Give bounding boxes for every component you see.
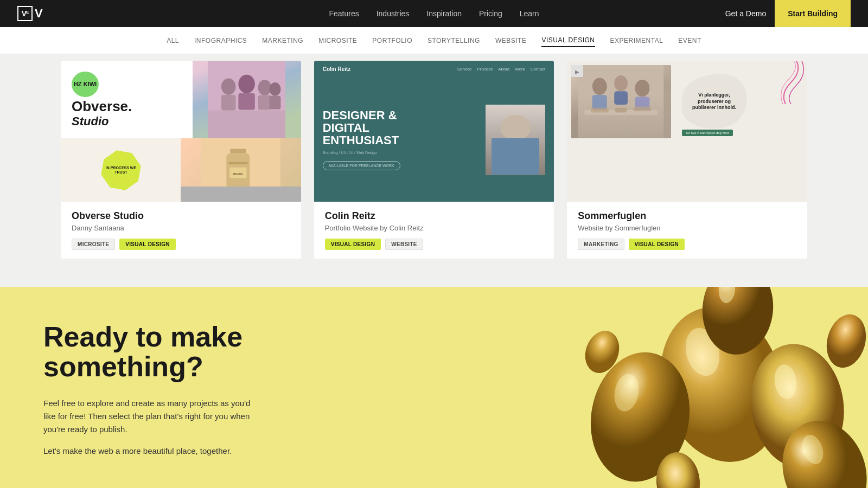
card-subtitle-obverse: Danny Santaana bbox=[72, 224, 290, 232]
colin-nav-process: Process bbox=[477, 67, 493, 72]
filter-bar: ALL INFOGRAPHICS MARKETING MICROSITE POR… bbox=[0, 27, 868, 54]
logo-icon: VE bbox=[17, 6, 33, 21]
svg-point-6 bbox=[258, 80, 272, 95]
cta-body-1: Feel free to explore and create as many … bbox=[43, 397, 260, 436]
card-image-obverse: HZ KIWI Obverse. Studio bbox=[61, 61, 301, 202]
obverse-bottle-area: BRAND bbox=[181, 138, 301, 202]
nav-inspiration[interactable]: Inspiration bbox=[426, 9, 462, 18]
svg-point-2 bbox=[221, 78, 236, 95]
colin-nav-work: Work bbox=[515, 67, 525, 72]
obverse-logo-area: HZ KIWI Obverse. Studio bbox=[61, 61, 193, 138]
filter-event[interactable]: EVENT bbox=[678, 35, 701, 47]
svg-point-40 bbox=[821, 310, 868, 373]
logo-text: V bbox=[35, 7, 42, 21]
filter-marketing[interactable]: MARKETING bbox=[262, 35, 303, 47]
start-building-button[interactable]: Start Building bbox=[775, 0, 851, 27]
svg-point-20 bbox=[592, 78, 607, 95]
nav: VE V Features Industries Inspiration Pri… bbox=[0, 0, 868, 27]
sommer-cta-text: Se hva vi kan hjelpe deg med bbox=[682, 130, 733, 136]
filter-website[interactable]: WEBSITE bbox=[495, 35, 527, 47]
tag-visual-design-obverse[interactable]: VISUAL DESIGN bbox=[119, 239, 176, 250]
tag-website-colin[interactable]: WEBSITE bbox=[385, 239, 423, 250]
svg-rect-28 bbox=[615, 108, 627, 113]
colin-nav-contact: Contact bbox=[531, 67, 546, 72]
filter-portfolio[interactable]: PORTFOLIO bbox=[372, 35, 412, 47]
cta-body-2: Let's make the web a more beautiful plac… bbox=[43, 445, 260, 458]
svg-text:BRAND: BRAND bbox=[233, 173, 243, 176]
nav-right: Get a Demo Start Building bbox=[725, 0, 851, 27]
tag-marketing-sommer[interactable]: MARKETING bbox=[578, 239, 624, 250]
card-subtitle-colin: Portfolio Website by Colin Reitz bbox=[325, 224, 544, 232]
filter-visual-design[interactable]: VISUAL DESIGN bbox=[541, 34, 595, 47]
card-tags-sommerfuglen: MARKETING VISUAL DESIGN bbox=[578, 239, 796, 250]
colin-nav-service: Service bbox=[457, 67, 472, 72]
obverse-kiwi-badge: HZ KIWI bbox=[72, 72, 99, 97]
sommer-quote-text: Vi planlegger, produserer og publiserer … bbox=[691, 92, 738, 111]
colin-profile-photo bbox=[486, 105, 545, 175]
svg-rect-21 bbox=[592, 95, 607, 110]
svg-rect-23 bbox=[615, 91, 628, 105]
colin-text-area: DESIGNER & DIGITAL ENTHUSIAST Branding /… bbox=[323, 109, 477, 170]
obverse-bottom-bar bbox=[181, 187, 301, 202]
sommer-main-photo bbox=[571, 65, 671, 138]
sommer-quote-blob: Vi planlegger, produserer og publiserer … bbox=[682, 74, 747, 129]
colin-nav-items: Service Process About Work Contact bbox=[457, 67, 546, 72]
sommer-bottom-area bbox=[567, 143, 807, 202]
nav-pricing[interactable]: Pricing bbox=[479, 9, 502, 18]
colin-subheading: Branding / UX / UI / Web Design bbox=[323, 151, 477, 155]
card-tags-colin: VISUAL DESIGN WEBSITE bbox=[325, 239, 544, 250]
svg-point-24 bbox=[635, 80, 650, 97]
card-tags-obverse: MICROSITE VISUAL DESIGN bbox=[72, 239, 290, 250]
obverse-main-title: Obverse. bbox=[72, 99, 182, 113]
colin-nav-bar: Colin Reitz Service Process About Work C… bbox=[314, 61, 554, 78]
cards-grid: HZ KIWI Obverse. Studio bbox=[54, 54, 814, 265]
card-title-sommerfuglen: Sommerfuglen bbox=[578, 210, 796, 222]
card-title-obverse: Obverse Studio bbox=[72, 210, 290, 222]
nav-industries[interactable]: Industries bbox=[376, 9, 410, 18]
logo[interactable]: VE V bbox=[17, 6, 42, 21]
colin-nav-logo: Colin Reitz bbox=[323, 66, 351, 72]
cta-heading: Ready to make something? bbox=[43, 322, 315, 381]
tag-microsite[interactable]: MICROSITE bbox=[72, 239, 115, 250]
tag-visual-design-colin[interactable]: VISUAL DESIGN bbox=[325, 239, 381, 250]
svg-rect-27 bbox=[591, 108, 609, 113]
nav-features[interactable]: Features bbox=[329, 9, 359, 18]
svg-rect-14 bbox=[229, 162, 248, 164]
tag-visual-design-sommer[interactable]: VISUAL DESIGN bbox=[629, 239, 685, 250]
svg-rect-25 bbox=[635, 97, 650, 112]
cta-section: Ready to make something? Feel free to ex… bbox=[0, 287, 868, 488]
card-image-colin: Colin Reitz Service Process About Work C… bbox=[314, 61, 554, 202]
svg-point-4 bbox=[239, 75, 256, 93]
filter-experimental[interactable]: EXPERIMENTAL bbox=[610, 35, 663, 47]
sommer-pink-art bbox=[764, 61, 807, 104]
filter-infographics[interactable]: INFOGRAPHICS bbox=[194, 35, 247, 47]
cta-visual bbox=[510, 287, 868, 488]
obverse-stamp-area: IN PROCESS WE TRUST bbox=[61, 138, 181, 202]
get-demo-link[interactable]: Get a Demo bbox=[725, 9, 766, 18]
svg-rect-3 bbox=[221, 95, 236, 111]
svg-rect-9 bbox=[270, 96, 281, 110]
svg-point-22 bbox=[615, 75, 628, 91]
filter-storytelling[interactable]: STORYTELLING bbox=[427, 35, 480, 47]
sommer-icon: ▶ bbox=[571, 65, 583, 79]
cta-text-area: Ready to make something? Feel free to ex… bbox=[43, 322, 315, 457]
svg-rect-10 bbox=[208, 111, 286, 138]
card-obverse-studio[interactable]: HZ KIWI Obverse. Studio bbox=[61, 61, 301, 259]
card-title-colin: Colin Reitz bbox=[325, 210, 544, 222]
card-colin-reitz[interactable]: Colin Reitz Service Process About Work C… bbox=[314, 61, 554, 259]
card-subtitle-sommerfuglen: Website by Sommerfuglen bbox=[578, 224, 796, 232]
filter-all[interactable]: ALL bbox=[167, 35, 179, 47]
svg-text:▶: ▶ bbox=[575, 69, 579, 75]
card-image-sommerfuglen: ▶ bbox=[567, 61, 807, 202]
nav-learn[interactable]: Learn bbox=[520, 9, 539, 18]
obverse-team-photo bbox=[193, 61, 301, 138]
card-content-colin: Colin Reitz Portfolio Website by Colin R… bbox=[314, 202, 554, 259]
card-sommerfuglen[interactable]: ▶ bbox=[567, 61, 807, 259]
filter-microsite[interactable]: MICROSITE bbox=[318, 35, 357, 47]
svg-rect-12 bbox=[230, 149, 246, 153]
colin-headline: DESIGNER & DIGITAL ENTHUSIAST bbox=[323, 109, 477, 146]
obverse-sub-title: Studio bbox=[72, 115, 182, 127]
colin-nav-about: About bbox=[498, 67, 509, 72]
nav-links: Features Industries Inspiration Pricing … bbox=[329, 9, 539, 18]
svg-rect-5 bbox=[239, 93, 256, 110]
